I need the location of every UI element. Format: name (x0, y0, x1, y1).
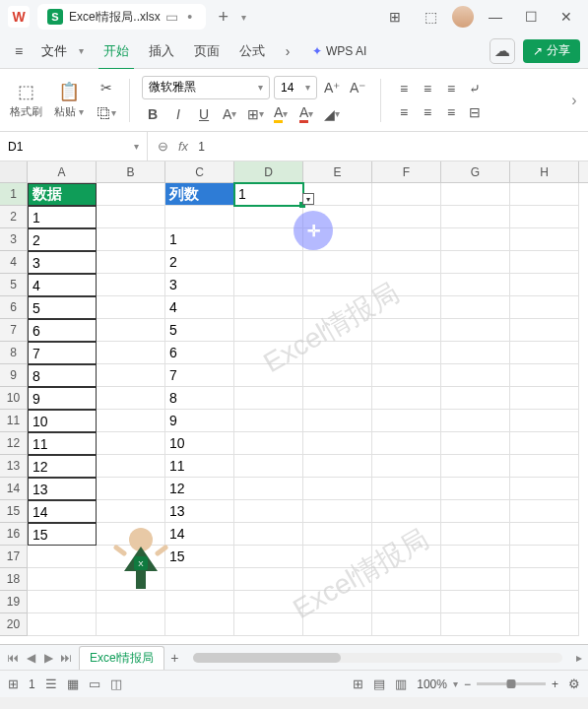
align-center-icon[interactable]: ≡ (417, 101, 438, 123)
cell[interactable]: 3 (165, 274, 234, 296)
cell[interactable] (234, 206, 303, 228)
cell[interactable] (97, 432, 165, 455)
cell[interactable] (372, 455, 441, 478)
cell[interactable]: 11 (28, 432, 97, 455)
dropdown-handle[interactable]: ▾ (302, 193, 314, 205)
cell[interactable]: 15 (28, 523, 97, 546)
cell[interactable]: 6 (28, 319, 97, 342)
view-icon[interactable]: ⊞ (8, 677, 19, 691)
rowhead[interactable]: 5 (0, 274, 28, 296)
cell[interactable] (510, 274, 579, 296)
cell[interactable] (28, 568, 97, 591)
cell[interactable] (441, 523, 510, 546)
rowhead[interactable]: 9 (0, 364, 28, 387)
cell[interactable]: 2 (165, 251, 234, 274)
cell[interactable] (234, 274, 303, 296)
cell[interactable] (303, 364, 372, 387)
grid-icon[interactable]: ▦ (67, 677, 79, 691)
share-button[interactable]: ↗ 分享 (523, 39, 580, 63)
align-left-icon[interactable]: ≡ (393, 101, 415, 123)
align-top-icon[interactable]: ≡ (393, 78, 415, 99)
reader-icon[interactable]: ◫ (110, 677, 122, 691)
horizontal-scrollbar[interactable] (193, 653, 562, 663)
cell[interactable] (510, 364, 579, 387)
cell[interactable] (97, 183, 165, 206)
cell[interactable]: 8 (165, 387, 234, 410)
cell[interactable] (303, 319, 372, 342)
cell[interactable]: 数据 (28, 183, 97, 206)
sheet-last-icon[interactable]: ⏭ (59, 651, 73, 665)
cell[interactable]: 5 (28, 296, 97, 319)
cell[interactable]: 5 (165, 319, 234, 342)
cell[interactable] (441, 613, 510, 636)
cell[interactable] (372, 228, 441, 251)
layout-icon[interactable]: ⊞ (353, 677, 363, 691)
rowhead[interactable]: 14 (0, 478, 28, 500)
rowhead[interactable]: 4 (0, 251, 28, 274)
cell[interactable] (165, 568, 234, 591)
cell[interactable] (97, 364, 165, 387)
cell[interactable] (372, 206, 441, 228)
cell[interactable] (97, 228, 165, 251)
cell[interactable] (97, 274, 165, 296)
cell[interactable] (441, 478, 510, 500)
cell[interactable] (234, 342, 303, 364)
ribbon-more-icon[interactable]: › (566, 79, 582, 122)
rowhead[interactable]: 12 (0, 432, 28, 455)
colhead-A[interactable]: A (28, 161, 97, 182)
cell[interactable] (97, 613, 165, 636)
zoom-out-icon[interactable]: − (464, 677, 471, 691)
font-color-button[interactable]: A▾ (295, 103, 317, 125)
cell[interactable] (234, 387, 303, 410)
rowhead[interactable]: 16 (0, 523, 28, 546)
cell[interactable] (97, 500, 165, 523)
cell[interactable] (165, 591, 234, 613)
cell[interactable] (97, 319, 165, 342)
cell[interactable]: 9 (165, 410, 234, 432)
cell[interactable]: 14 (28, 500, 97, 523)
minimize-button[interactable]: — (482, 3, 509, 31)
rowhead[interactable]: 6 (0, 296, 28, 319)
cell[interactable] (303, 432, 372, 455)
cell[interactable] (303, 387, 372, 410)
cell[interactable] (97, 251, 165, 274)
cell[interactable] (510, 591, 579, 613)
cell[interactable] (372, 546, 441, 568)
colhead-B[interactable]: B (97, 161, 165, 182)
colhead-E[interactable]: E (303, 161, 372, 182)
cell[interactable] (97, 591, 165, 613)
cell[interactable] (510, 296, 579, 319)
cell[interactable] (510, 546, 579, 568)
view2-icon[interactable]: ▤ (373, 677, 385, 691)
cell[interactable] (372, 591, 441, 613)
font-name-select[interactable]: 微软雅黑▾ (142, 76, 270, 99)
cell[interactable]: 1 (234, 183, 303, 206)
rowhead[interactable]: 7 (0, 319, 28, 342)
cell[interactable] (234, 591, 303, 613)
format-brush-group[interactable]: ⬚ 格式刷 (10, 81, 42, 119)
cell[interactable] (97, 455, 165, 478)
cell[interactable] (165, 206, 234, 228)
cell[interactable] (372, 364, 441, 387)
scroll-right-icon[interactable]: ▸ (576, 651, 582, 665)
cell[interactable] (441, 228, 510, 251)
cell[interactable] (441, 364, 510, 387)
rowhead[interactable]: 13 (0, 455, 28, 478)
cell[interactable] (510, 319, 579, 342)
font-a-button[interactable]: A▾ (219, 103, 240, 125)
cell[interactable] (510, 228, 579, 251)
cell[interactable] (441, 432, 510, 455)
rowhead[interactable]: 3 (0, 228, 28, 251)
cell[interactable]: 9 (28, 387, 97, 410)
sheet-prev-icon[interactable]: ◀ (24, 651, 37, 665)
select-all-corner[interactable] (0, 161, 28, 182)
cell[interactable] (303, 591, 372, 613)
cell[interactable] (234, 500, 303, 523)
cell[interactable] (372, 478, 441, 500)
cell[interactable] (303, 251, 372, 274)
cell[interactable]: 11 (165, 455, 234, 478)
cell[interactable] (303, 478, 372, 500)
cell[interactable] (441, 410, 510, 432)
cell[interactable]: 列数 (165, 183, 234, 206)
cell[interactable] (510, 410, 579, 432)
